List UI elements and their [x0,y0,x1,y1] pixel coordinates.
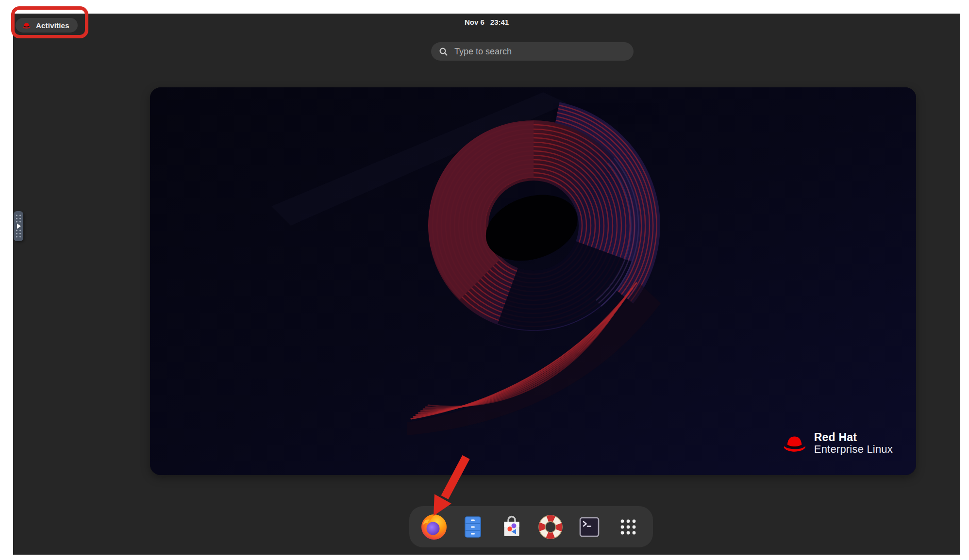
rhel-brand-logo: Red Hat Enterprise Linux [782,431,893,456]
software-icon [498,513,525,541]
dash-dock [409,506,653,547]
dock-item-software[interactable] [498,513,525,541]
brand-product: Enterprise Linux [814,444,893,456]
workspace-preview[interactable]: Red Hat Enterprise Linux [150,87,916,475]
clock-time: 23:41 [490,18,509,26]
help-lifebuoy-icon [537,513,564,541]
red-hat-fedora-icon [782,434,808,453]
clock-date: Nov 6 [465,18,484,26]
workspace-switcher-handle[interactable] [14,211,23,241]
gnome-activities-overview: Activities Nov 6 23:41 [13,14,960,555]
dock-item-files[interactable] [459,513,486,541]
expand-right-icon [17,224,21,229]
brand-name: Red Hat [814,431,893,444]
clock[interactable]: Nov 6 23:41 [465,18,509,26]
terminal-icon [576,513,603,541]
search-input[interactable] [453,46,626,57]
app-grid-icon [615,513,642,541]
activities-label: Activities [36,21,69,30]
red-hat-icon [22,22,32,29]
firefox-icon [420,513,448,541]
dock-item-app-grid[interactable] [615,513,642,541]
dock-item-terminal[interactable] [576,513,603,541]
search-bar[interactable] [431,42,634,61]
dock-item-firefox[interactable] [420,513,448,541]
search-icon [439,47,448,56]
dock-item-help[interactable] [537,513,564,541]
activities-button[interactable]: Activities [16,18,78,33]
files-icon [459,513,486,541]
rhel9-wallpaper-art [150,87,916,475]
